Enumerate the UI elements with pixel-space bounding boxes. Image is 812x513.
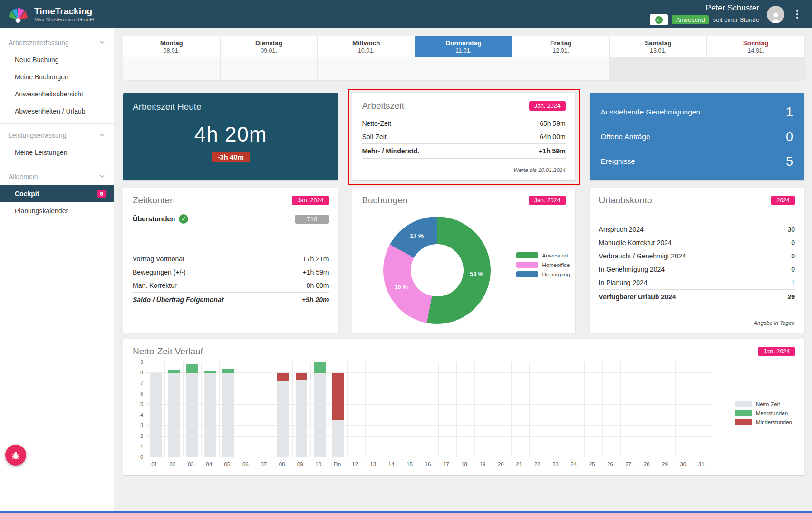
bar-netto-zeit: [204, 373, 216, 457]
stat-row: Mehr- / Minderstd.+1h 59m: [362, 143, 565, 159]
gridline: [420, 362, 420, 457]
app-header: TimeTracking Max Mustermann GmbH Peter S…: [0, 0, 812, 28]
week-day-cell-sonntag[interactable]: [707, 57, 804, 80]
stat-value: 29: [787, 293, 795, 301]
donut-slice-label: 30 %: [394, 284, 408, 291]
gridline: [566, 362, 566, 457]
x-tick-label: 28.: [639, 461, 656, 467]
week-day-header-freitag[interactable]: Freitag12.01.: [512, 36, 610, 57]
stat-value: +7h 21m: [303, 255, 329, 263]
approval-label: Ereignisse: [601, 157, 635, 166]
week-day-cell-donnerstag[interactable]: [415, 57, 512, 80]
sidebar-item-meine-leistungen[interactable]: Meine Leistungen: [0, 144, 114, 161]
bar-minderstunden: [296, 373, 308, 380]
week-day-header-mittwoch[interactable]: Mittwoch10.01.: [318, 36, 415, 57]
day-date: 11.01.: [455, 48, 472, 54]
card-title: Netto-Zeit Verlauf: [133, 346, 203, 357]
gridline: [657, 362, 657, 457]
sidebar-section-header[interactable]: Leistungserfassung: [0, 127, 114, 144]
overtime-value-badge: 710: [295, 215, 329, 224]
bar-netto-zeit: [277, 381, 289, 457]
week-day-header-montag[interactable]: Montag08.01.: [123, 36, 221, 57]
day-name: Donnerstag: [445, 39, 481, 47]
time-delta-badge: -3h 40m: [212, 152, 250, 162]
overtime-label: Überstunden: [133, 215, 175, 223]
day-date: 12.01.: [552, 48, 569, 54]
stat-value: +9h 20m: [302, 296, 329, 304]
main-content: Montag08.01.Dienstag09.01.Mittwoch10.01.…: [114, 28, 812, 513]
avatar[interactable]: [767, 6, 784, 23]
presence-status-badge: Anwesend: [672, 15, 709, 24]
user-name: Peter Schuster: [706, 3, 759, 13]
donut-chart: 53 %30 %17 %AnwesendHomeofficeDienstgang: [352, 209, 575, 332]
week-day-cell-freitag[interactable]: [512, 57, 610, 80]
sidebar-item-meine-buchungen[interactable]: Meine Buchungen: [0, 68, 114, 86]
sidebar: ArbeitszeiterfassungNeue BuchungMeine Bu…: [0, 28, 114, 513]
gridline: [274, 362, 274, 457]
legend-swatch: [735, 401, 752, 407]
approval-label: Offene Anträge: [601, 133, 650, 141]
month-badge: Jan. 2024: [529, 101, 566, 111]
notification-badge: 6: [97, 190, 106, 198]
gridline: [329, 362, 329, 457]
more-menu-button[interactable]: [793, 10, 802, 19]
sidebar-item-abwesenheiten-urlaub[interactable]: Abwesenheiten / Urlaub: [0, 103, 114, 120]
week-day-cell-montag[interactable]: [123, 57, 221, 80]
sidebar-item-neue-buchung[interactable]: Neue Buchung: [0, 51, 114, 68]
feedback-fab-button[interactable]: [5, 445, 26, 466]
stat-label: Mehr- / Minderstd.: [362, 147, 419, 155]
card-zeitkonten: Zeitkonten Jan. 2024 Überstunden ✓ 710 V…: [123, 188, 338, 332]
stat-label: Soll-Zeit: [362, 133, 386, 141]
stat-value: 0: [791, 239, 795, 247]
bar-mehrstunden: [186, 364, 198, 373]
sidebar-item-anwesenheits-bersicht[interactable]: Anwesenheitsübersicht: [0, 86, 114, 103]
week-day-header-samstag[interactable]: Samstag13.01.: [610, 36, 707, 57]
gridline: [402, 362, 402, 457]
legend-item: Anwesend: [516, 252, 570, 258]
clock-in-button[interactable]: ✓: [650, 14, 668, 25]
sidebar-item-planungskalender[interactable]: Planungskalender: [0, 202, 114, 219]
month-badge: Jan. 2024: [758, 347, 795, 356]
sidebar-section-header[interactable]: Allgemein: [0, 168, 114, 185]
legend-label: Mehrstunden: [756, 410, 788, 416]
day-name: Montag: [160, 39, 183, 47]
bar-minderstunden: [332, 373, 344, 420]
gridline: [310, 362, 311, 457]
x-tick-label: 16.: [421, 461, 437, 467]
gridline: [474, 362, 475, 457]
week-day-header-donnerstag[interactable]: Donnerstag11.01.: [415, 36, 512, 57]
person-icon: [770, 11, 782, 23]
week-day-cell-mittwoch[interactable]: [318, 57, 415, 80]
x-tick-label: Do: [329, 461, 346, 467]
x-tick-label: 06.: [238, 461, 254, 467]
week-day-cell-dienstag[interactable]: [221, 57, 318, 80]
week-day-header-dienstag[interactable]: Dienstag09.01.: [221, 36, 318, 57]
stat-label: Verfügbarer Urlaub 2024: [599, 293, 676, 301]
stat-label: In Genehmigung 2024: [599, 266, 665, 273]
legend-label: Netto-Zeit: [756, 401, 780, 407]
sidebar-item-cockpit[interactable]: Cockpit6: [0, 185, 114, 202]
card-arbeitszeit-heute: Arbeitszeit Heute 4h 20m -3h 40m: [123, 93, 338, 180]
stat-value: 1: [791, 279, 795, 286]
gridline: [529, 362, 530, 457]
gridline: [384, 362, 384, 457]
card-title: Zeitkonten: [133, 195, 175, 206]
x-tick-label: 27.: [621, 461, 637, 467]
approval-count: 5: [786, 154, 793, 169]
gridline: [183, 362, 184, 457]
week-day-cell-samstag[interactable]: [610, 57, 707, 80]
week-day-header-sonntag[interactable]: Sonntag14.01.: [707, 36, 804, 57]
x-tick-label: 14.: [384, 461, 400, 467]
bar-chart-plot: [146, 362, 712, 457]
y-tick-label: 9: [133, 359, 143, 365]
day-name: Freitag: [550, 39, 571, 47]
stat-row: Saldo / Übertrag Folgemonat+9h 20m: [133, 292, 329, 307]
sidebar-section-header[interactable]: Arbeitszeiterfassung: [0, 34, 114, 51]
y-tick-label: 5: [133, 401, 143, 407]
gridline: [639, 362, 639, 457]
month-badge: Jan. 2024: [529, 196, 566, 205]
stat-row: Vortrag Vormonat+7h 21m: [133, 252, 329, 266]
day-date: 09.01.: [261, 48, 277, 54]
stat-row: Bewegungen (+/-)+1h 59m: [133, 266, 329, 279]
company-name: Max Mustermann GmbH: [34, 17, 94, 22]
